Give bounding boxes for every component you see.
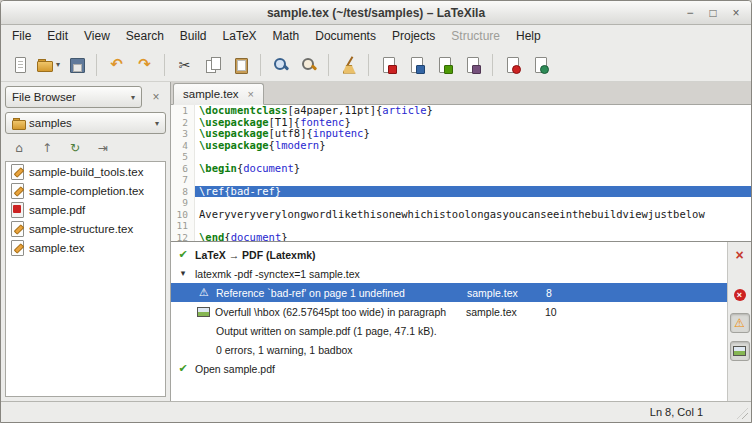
compile-pdflatex-button[interactable] [431,51,458,78]
side-panel-selector[interactable]: File Browser ▾ [5,86,142,108]
code-token: \usepackage [199,127,269,139]
file-item[interactable]: sample-build_tools.tex [6,162,165,181]
compile-latexmk-button[interactable] [375,51,402,78]
build-row-warning-message[interactable]: ⚠Reference `bad-ref' on page 1 undefined… [171,283,727,302]
paste-button[interactable] [227,51,254,78]
editor-line[interactable]: 10Averyveryverylongwordlikethisonewhichi… [171,209,751,221]
line-number: 12 [171,232,195,242]
code-text: \ref{bad-ref} [195,186,751,198]
menu-math[interactable]: Math [265,25,308,48]
open-document-icon [36,56,54,74]
find-and-replace-button[interactable] [295,51,322,78]
find-icon [272,56,290,74]
home-icon: ⌂ [15,142,23,154]
directory-selector[interactable]: samples ▾ [5,112,166,134]
save-button[interactable] [63,51,90,78]
code-token: document [231,231,282,242]
menu-search[interactable]: Search [118,25,172,48]
build-row-summary-message[interactable]: 0 errors, 1 warning, 1 badbox [171,340,727,359]
editor-line[interactable]: 6\begin{document} [171,163,751,175]
redo-button[interactable]: ↷ [131,51,158,78]
code-text: Averyveryverylongwordlikethisonewhichist… [195,209,751,221]
menu-latex[interactable]: LaTeX [215,25,265,48]
show-badboxes-button[interactable] [730,341,750,361]
file-item[interactable]: sample.pdf [6,200,165,219]
menu-view[interactable]: View [76,25,118,48]
message-text: latexmk -pdf -synctex=1 sample.tex [195,268,360,280]
code-token: } [363,127,369,139]
compile-latex-icon [408,56,426,74]
compile-latex-button[interactable] [403,51,430,78]
paste-icon [232,56,250,74]
titlebar[interactable]: sample.tex (~/test/samples) – LaTeXila −… [1,1,751,25]
menu-build[interactable]: Build [172,25,215,48]
maximize-button[interactable]: □ [706,6,720,20]
copy-button[interactable] [199,51,226,78]
toolbar-separator [328,54,329,76]
show-warnings-button[interactable]: ⚠ [730,313,750,333]
go-to-active-document-icon: ⇥ [98,142,108,154]
tab-label: sample.tex [183,88,239,100]
message-file: sample.tex [466,306,540,318]
tab-sample-tex[interactable]: sample.tex × [173,83,264,105]
expander-icon: ▾ [176,269,190,278]
menu-structure[interactable]: Structure [443,25,508,48]
menu-documents[interactable]: Documents [307,25,384,48]
convert-dvi-to-pdf-icon [464,56,482,74]
editor-line[interactable]: 8\ref{bad-ref} [171,186,751,198]
new-document-button[interactable] [6,51,33,78]
tab-close-icon[interactable]: × [248,88,254,100]
side-panel: File Browser ▾ × samples ▾ ⌂↑↻⇥ sample-b… [1,82,171,401]
compile-pdflatex-icon [436,56,454,74]
convert-dvi-to-pdf-button[interactable] [459,51,486,78]
minimize-button[interactable]: − [683,6,697,20]
build-row-badbox-message[interactable]: Overfull \hbox (62.57645pt too wide) in … [171,302,727,321]
chevron-down-icon: ▾ [131,93,135,102]
code-token: } [281,231,287,242]
view-dvi-icon [504,56,522,74]
parent-directory-button[interactable]: ↑ [35,138,59,157]
close-side-panel-button[interactable]: × [146,87,166,107]
file-item[interactable]: sample-structure.tex [6,219,165,238]
show-errors-button[interactable]: × [730,285,750,305]
save-icon [68,56,86,74]
toolbar-separator [368,54,369,76]
refresh-button[interactable]: ↻ [63,138,87,157]
undo-button[interactable]: ↶ [103,51,130,78]
editor-line[interactable]: 4\usepackage{lmodern} [171,140,751,152]
close-build-view-button[interactable]: × [730,245,750,265]
view-dvi-button[interactable] [499,51,526,78]
find-button[interactable] [267,51,294,78]
build-row-open-pdf-message[interactable]: ✔Open sample.pdf [171,359,727,378]
menu-file[interactable]: File [4,25,39,48]
clean-build-files-button[interactable] [335,51,362,78]
cut-icon: ✂ [179,58,191,72]
message-text: Output written on sample.pdf (1 page, 47… [216,325,437,337]
editor[interactable]: 1\documentclass[a4paper,11pt]{article}2\… [171,105,751,241]
main-area: File Browser ▾ × samples ▾ ⌂↑↻⇥ sample-b… [1,82,751,401]
go-to-active-document-button[interactable]: ⇥ [91,138,115,157]
open-document-button[interactable]: ▾ [34,51,62,78]
chevron-down-icon: ▾ [155,119,159,128]
menu-projects[interactable]: Projects [384,25,443,48]
cut-button[interactable]: ✂ [171,51,198,78]
code-token: } [427,105,433,116]
editor-line[interactable]: 12\end{document} [171,232,751,242]
message-text: Reference `bad-ref' on page 1 undefined [216,287,462,299]
home-button[interactable]: ⌂ [7,138,31,157]
menu-edit[interactable]: Edit [39,25,76,48]
menu-help[interactable]: Help [508,25,549,48]
side-panel-header: File Browser ▾ × [1,82,170,108]
file-item[interactable]: sample-completion.tex [6,181,165,200]
build-row-job-title[interactable]: ✔LaTeX → PDF (Latexmk) [171,245,727,264]
message-text: LaTeX → PDF (Latexmk) [195,249,316,261]
view-pdf-button[interactable] [527,51,554,78]
message-text: Overfull \hbox (62.57645pt too wide) in … [215,306,461,318]
build-row-command[interactable]: ▾latexmk -pdf -synctex=1 sample.tex [171,264,727,283]
close-button[interactable]: × [729,6,743,20]
build-row-output-message[interactable]: Output written on sample.pdf (1 page, 47… [171,321,727,340]
file-name: sample-completion.tex [29,185,144,197]
toolbar-separator [260,54,261,76]
side-panel-selector-label: File Browser [12,91,76,103]
file-item[interactable]: sample.tex [6,238,165,257]
